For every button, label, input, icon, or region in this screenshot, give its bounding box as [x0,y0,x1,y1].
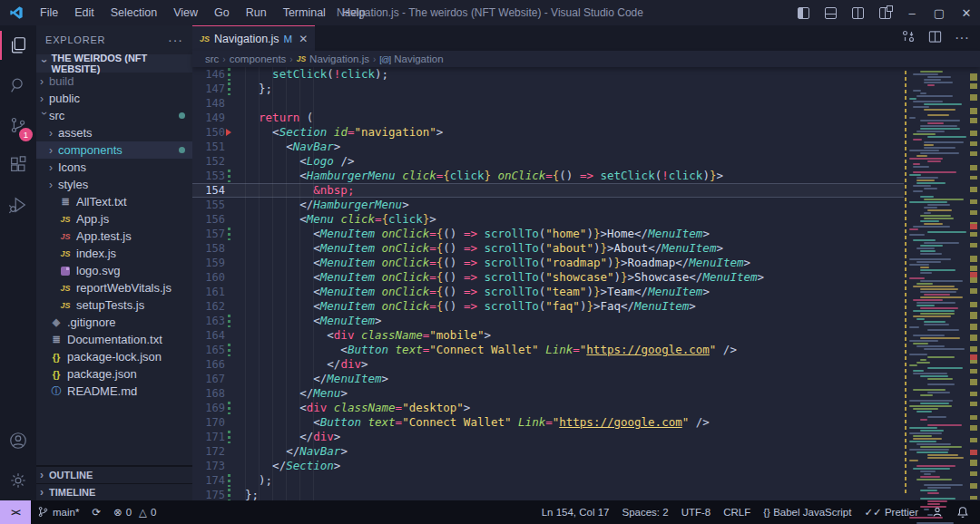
code-line-153[interactable]: 153 <HamburgerMenu click={click} onClick… [192,169,904,183]
toggle-sidebar-icon[interactable] [789,0,817,25]
tree-item-reportwebvitals-js[interactable]: ›JSreportWebVitals.js [36,279,192,296]
menu-file[interactable]: File [32,0,66,25]
code-line-169[interactable]: 169 <div className="desktop"> [192,401,904,415]
tree-item-documentation-txt[interactable]: ›≣Documentation.txt [36,331,192,348]
code-line-148[interactable]: 148 [192,96,904,111]
toggle-secondary-sidebar-icon[interactable] [844,0,871,25]
code-line-159[interactable]: 159 <MenuItem onClick={() => scrollTo("r… [192,256,904,270]
js-file-icon: JS [58,249,73,258]
status-crlf[interactable]: CRLF [717,507,757,518]
breadcrumb-item[interactable]: Navigation.js [309,53,369,64]
toggle-panel-icon[interactable] [817,0,844,25]
code-line-155[interactable]: 155 </HamburgerMenu> [192,198,904,212]
source-control-icon[interactable]: 1 [0,105,36,145]
breadcrumb-item[interactable]: components [230,53,287,64]
code-line-150[interactable]: 150 <Section id="navigation"> [192,125,904,140]
explorer-title: EXPLORER [45,34,105,45]
code-line-152[interactable]: 152 <Logo /> [192,154,904,169]
tree-item-app-js[interactable]: ›JSApp.js [36,210,192,228]
code-line-154[interactable]: 154 &nbsp; [192,183,904,198]
code-line-165[interactable]: 165 <Button text="Connect Wallet" Link="… [192,343,904,357]
code-line-168[interactable]: 168 </Menu> [192,386,904,401]
js-test-file-icon: JS [58,232,73,241]
settings-gear-icon[interactable] [0,461,36,500]
code-line-175[interactable]: 175}; [192,488,904,500]
code-line-166[interactable]: 166 </div> [192,357,904,372]
explorer-more-icon[interactable]: ··· [168,33,183,47]
breadcrumb-item[interactable]: Navigation [394,53,443,64]
code-line-162[interactable]: 162 <MenuItem onClick={() => scrollTo("f… [192,299,904,314]
tree-item--gitignore[interactable]: ›◈.gitignore [36,314,192,331]
tree-item-public[interactable]: ›public [36,90,192,107]
open-changes-icon[interactable] [901,29,916,47]
workspace-root-folder[interactable]: › THE WEIRDOS (NFT WEBSITE) [36,54,192,73]
tree-item-build[interactable]: ›build [36,73,192,90]
status-spaces-2[interactable]: Spaces: 2 [616,507,675,518]
menu-go[interactable]: Go [206,0,238,25]
explorer-icon[interactable] [0,25,36,65]
code-line-149[interactable]: 149 return ( [192,111,904,125]
timeline-section[interactable]: ›TIMELINE [36,483,192,500]
tree-item-assets[interactable]: ›assets [36,124,192,141]
maximize-button[interactable]: ▢ [926,0,953,25]
menu-run[interactable]: Run [238,0,275,25]
code-line-151[interactable]: 151 <NavBar> [192,140,904,154]
notifications-bell-icon[interactable] [950,500,980,524]
code-line-170[interactable]: 170 <Button text="Connect Wallet" Link="… [192,415,904,430]
status-ln-154-col-17[interactable]: Ln 154, Col 17 [535,507,616,518]
tree-item-components[interactable]: ›components [36,141,192,159]
code-line-163[interactable]: 163 <MenuItem> [192,314,904,328]
tree-item-icons[interactable]: ›Icons [36,159,192,176]
tree-item-src[interactable]: ›src [36,107,192,124]
close-button[interactable]: ✕ [953,0,980,25]
menu-edit[interactable]: Edit [66,0,103,25]
tab-navigation-js[interactable]: JS Navigation.js M ✕ [192,25,315,51]
code-line-156[interactable]: 156 <Menu click={click}> [192,212,904,227]
split-editor-icon[interactable] [928,30,942,47]
menu-terminal[interactable]: Terminal [275,0,334,25]
code-line-158[interactable]: 158 <MenuItem onClick={() => scrollTo("a… [192,241,904,256]
tree-item-setuptests-js[interactable]: ›JSsetupTests.js [36,296,192,314]
tree-item-readme-md[interactable]: ›ⓘREADME.md [36,383,192,400]
tree-item-index-js[interactable]: ›JSindex.js [36,245,192,262]
code-line-161[interactable]: 161 <MenuItem onClick={() => scrollTo("t… [192,285,904,299]
menu-help[interactable]: Help [334,0,374,25]
tree-item-package-json[interactable]: ›{}package.json [36,365,192,383]
account-icon[interactable] [0,421,36,461]
tree-item-app-test-js[interactable]: ›JSApp.test.js [36,228,192,245]
status--babel-javascript[interactable]: {} Babel JavaScript [757,507,858,518]
minimap[interactable] [904,67,967,500]
tree-item-styles[interactable]: ›styles [36,176,192,193]
code-line-147[interactable]: 147 }; [192,82,904,96]
tree-item-alltext-txt[interactable]: ›≣AllText.txt [36,193,192,210]
outline-section[interactable]: ›OUTLINE [36,466,192,483]
tree-item-logo-svg[interactable]: ›logo.svg [36,262,192,279]
code-line-164[interactable]: 164 <div className="mobile"> [192,328,904,343]
problems-item[interactable]: ⊗0 △0 [107,500,162,524]
menu-view[interactable]: View [165,0,206,25]
status-utf-8[interactable]: UTF-8 [675,507,718,518]
code-editor[interactable]: 146 setClick(!click);147 };148149 return… [192,67,904,500]
code-line-171[interactable]: 171 </div> [192,430,904,444]
run-debug-icon[interactable] [0,185,36,225]
search-icon[interactable] [0,65,36,105]
minimize-button[interactable]: – [898,0,926,25]
code-line-174[interactable]: 174 ); [192,473,904,488]
customize-layout-icon[interactable] [871,0,898,25]
editor-more-actions-icon[interactable]: ··· [955,30,969,46]
close-tab-icon[interactable]: ✕ [299,33,308,45]
extensions-icon[interactable] [0,145,36,185]
remote-indicator[interactable]: >< [0,500,31,524]
menu-selection[interactable]: Selection [103,0,165,25]
code-line-157[interactable]: 157 <MenuItem onClick={() => scrollTo("h… [192,227,904,241]
code-line-167[interactable]: 167 </MenuItem> [192,372,904,386]
breadcrumb-item[interactable]: src [205,53,219,64]
overview-ruler-scrollbar[interactable] [967,67,980,500]
code-line-173[interactable]: 173 </Section> [192,459,904,473]
sync-changes-item[interactable]: ⟳ [85,500,107,524]
code-line-160[interactable]: 160 <MenuItem onClick={() => scrollTo("s… [192,270,904,285]
code-line-146[interactable]: 146 setClick(!click); [192,67,904,82]
code-line-172[interactable]: 172 </NavBar> [192,444,904,459]
git-branch-item[interactable]: main* [31,500,85,524]
tree-item-package-lock-json[interactable]: ›{}package-lock.json [36,348,192,365]
